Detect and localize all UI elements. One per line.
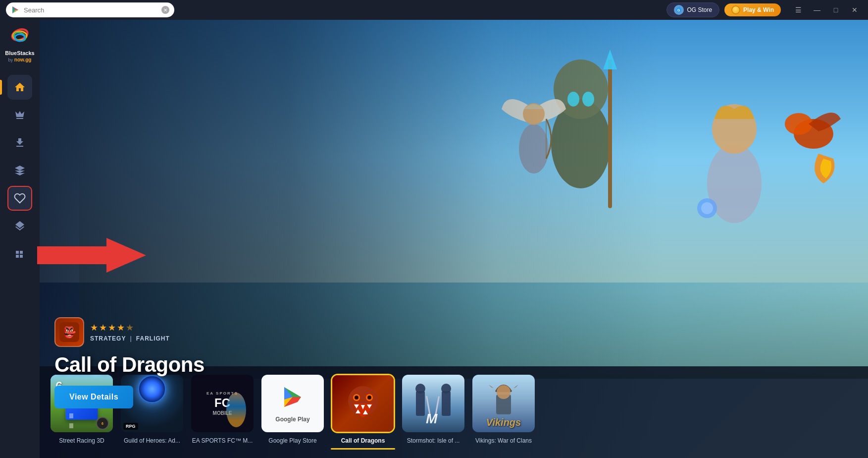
game-card-vikings[interactable]: Vikings Vikings: War of Clans	[471, 374, 536, 444]
rpg-badge: RPG	[123, 423, 138, 430]
heart-icon	[14, 192, 26, 204]
hero-area: 👺 ★★★★★ STRATEGY | FARLIGHT Call of Drag…	[40, 20, 868, 458]
genre-label: STRATEGY	[90, 335, 126, 342]
menu-button[interactable]: ☰	[791, 2, 806, 17]
google-play-arrow-icon	[280, 385, 305, 409]
game-card-stormshot[interactable]: M Stormshot: Isle of ...	[401, 374, 465, 444]
publisher-label: FARLIGHT	[136, 335, 170, 342]
bluestacks-logo-icon	[7, 25, 32, 50]
download-icon	[14, 137, 26, 149]
svg-point-42	[441, 384, 451, 394]
home-icon	[14, 81, 26, 93]
svg-text:👺: 👺	[63, 326, 77, 339]
search-bar[interactable]: ✕	[6, 2, 174, 17]
coin-icon	[731, 5, 740, 14]
google-play-text: Google Play	[275, 416, 309, 423]
game-card-label-vikings: Vikings: War of Clans	[475, 437, 532, 444]
bluestacks-name: BlueStacks	[5, 50, 34, 57]
game-card-img-stormshot: M	[401, 374, 465, 433]
og-store-icon: G	[674, 5, 684, 15]
game-title: Call of Dragons	[54, 353, 204, 377]
maximize-button[interactable]: □	[828, 2, 843, 17]
vikings-bg: Vikings	[472, 375, 535, 432]
search-input[interactable]	[24, 6, 157, 14]
titlebar-left: ✕	[6, 2, 174, 17]
svg-point-37	[367, 396, 371, 400]
sidebar: BlueStacks by now.gg	[0, 20, 40, 458]
og-store-label: OG Store	[687, 6, 712, 13]
sidebar-item-home[interactable]	[7, 75, 32, 100]
minimize-button[interactable]: —	[810, 2, 824, 17]
svg-text:G: G	[677, 8, 680, 12]
viking-figure	[486, 377, 521, 417]
game-card-img-vikings: Vikings	[471, 374, 536, 433]
stormshot-fighters: M	[408, 381, 458, 426]
active-indicator	[0, 80, 2, 95]
dragons-bg	[332, 375, 394, 432]
game-thumbnail: 👺	[54, 317, 84, 347]
game-card-label-street-racing: Street Racing 3D	[59, 437, 104, 444]
game-card-img-google-play: Google Play	[260, 374, 325, 433]
titlebar: ✕ G OG Store Play & Win ☰ — □ ✕	[0, 0, 868, 20]
window-controls: ☰ — □ ✕	[791, 2, 862, 17]
dragons-monster-icon	[343, 384, 383, 423]
close-button[interactable]: ✕	[847, 2, 862, 17]
sidebar-item-pages[interactable]	[7, 241, 32, 266]
svg-point-39	[415, 384, 425, 394]
game-card-label-stormshot: Stormshot: Isle of ...	[407, 437, 460, 444]
game-meta: 👺 ★★★★★ STRATEGY | FARLIGHT	[54, 317, 204, 347]
svg-text:M: M	[426, 411, 438, 426]
svg-rect-41	[442, 391, 451, 416]
game-card-google-play[interactable]: Google Play Google Play Store	[260, 374, 325, 444]
game-card-label-guild-heroes: Guild of Heroes: Ad...	[124, 437, 180, 444]
crown-icon	[14, 109, 26, 121]
play-icon	[11, 5, 20, 14]
svg-marker-11	[37, 238, 146, 273]
genre-tags: STRATEGY | FARLIGHT	[90, 335, 170, 342]
sidebar-item-multi-instance[interactable]	[7, 214, 32, 238]
vikings-label: Vikings	[486, 417, 521, 428]
game-card-label-google-play: Google Play Store	[268, 437, 316, 444]
red-arrow	[37, 238, 146, 273]
game-card-call-dragons[interactable]: Call of Dragons	[331, 374, 395, 450]
sidebar-item-wishlist[interactable]	[7, 186, 32, 211]
google-play-bg: Google Play	[261, 375, 324, 432]
logo-byline: by now.gg	[5, 57, 34, 63]
layers-icon	[14, 220, 26, 232]
sidebar-item-web3[interactable]	[7, 158, 32, 183]
speedometer: 6	[96, 417, 109, 430]
view-details-button[interactable]: View Details	[54, 386, 133, 408]
game-tags: ★★★★★ STRATEGY | FARLIGHT	[90, 322, 170, 342]
search-clear-button[interactable]: ✕	[161, 6, 169, 14]
logo[interactable]: BlueStacks by now.gg	[5, 25, 34, 63]
tag-divider: |	[130, 335, 132, 342]
game-card-img-call-dragons	[331, 374, 395, 433]
logo-text: BlueStacks by now.gg	[5, 50, 34, 63]
titlebar-right: G OG Store Play & Win ☰ — □ ✕	[666, 2, 862, 17]
main-content: BlueStacks by now.gg	[0, 20, 868, 458]
selected-underline	[331, 448, 395, 450]
game-card-label-call-dragons: Call of Dragons	[341, 437, 385, 444]
by-text: by	[8, 57, 13, 62]
pages-icon	[14, 248, 26, 260]
nowgg-text: now.gg	[14, 57, 32, 62]
sidebar-item-download[interactable]	[7, 130, 32, 155]
svg-point-36	[355, 396, 358, 400]
svg-rect-38	[416, 391, 425, 416]
play-win-button[interactable]: Play & Win	[724, 3, 781, 16]
game-info: 👺 ★★★★★ STRATEGY | FARLIGHT Call of Drag…	[54, 317, 204, 408]
game-card-label-ea-fc: EA SPORTS FC™ M...	[192, 437, 253, 444]
sidebar-item-my-games[interactable]	[7, 103, 32, 127]
stormshot-bg: M	[402, 375, 464, 432]
play-win-label: Play & Win	[743, 6, 774, 13]
og-store-button[interactable]: G OG Store	[666, 2, 719, 17]
star-rating: ★★★★★	[90, 322, 170, 333]
web3-icon	[14, 165, 26, 176]
svg-point-46	[497, 385, 511, 399]
arrow-svg	[37, 238, 146, 273]
